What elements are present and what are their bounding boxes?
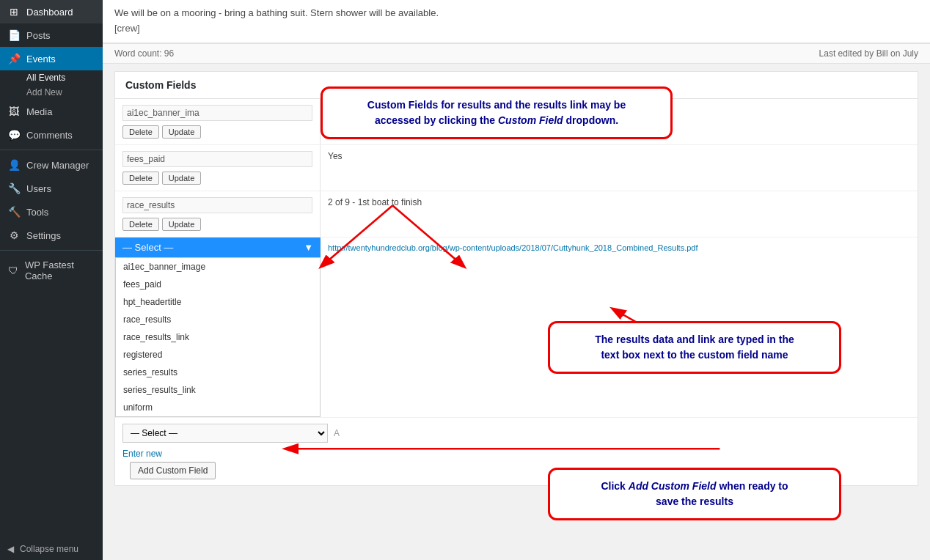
cf-delete-race[interactable]: Delete <box>122 218 159 231</box>
intro-text: We will be on a mooring - bring a bathin… <box>114 6 918 21</box>
dd-item-hpt[interactable]: hpt_headertitle <box>116 293 320 311</box>
cf-dropdown-row: — Select — ▼ ai1ec_banner_image fees_pai… <box>115 237 918 418</box>
sidebar-item-label: Media <box>26 106 52 117</box>
cf-name-fees: Delete Update <box>115 145 321 191</box>
dd-item-banner[interactable]: ai1ec_banner_image <box>116 258 320 276</box>
cf-bottom-spacer: A <box>334 428 340 438</box>
sidebar-item-label: Dashboard <box>26 7 73 18</box>
word-count-bar: Word count: 96 Last edited by Bill on Ju… <box>103 43 930 64</box>
cf-name-input-banner[interactable] <box>122 105 312 121</box>
sidebar-item-label: Posts <box>26 30 51 41</box>
dd-item-race-link[interactable]: race_results_link <box>116 328 320 346</box>
custom-fields-panel: Custom Fields Delete Update Delete Updat… <box>114 71 918 486</box>
cf-link-value: http://twentyhundredclub.org/blog/wp-con… <box>321 237 918 417</box>
cf-name-banner: Delete Update <box>115 99 321 144</box>
collapse-icon: ◀ <box>7 544 14 554</box>
cf-select-label: — Select — <box>122 242 173 253</box>
custom-fields-title: Custom Fields <box>115 72 918 99</box>
sidebar-item-label: WP Fastest Cache <box>25 259 95 281</box>
dd-item-registered[interactable]: registered <box>116 346 320 364</box>
dd-item-series-link[interactable]: series_results_link <box>116 381 320 399</box>
sidebar: ⊞ Dashboard 📄 Posts 📌 Events All Events … <box>0 0 103 560</box>
content-header: We will be on a mooring - bring a bathin… <box>103 0 930 43</box>
cf-dropdown-list: ai1ec_banner_image fees_paid hpt_headert… <box>115 257 321 417</box>
comments-icon: 💬 <box>7 129 21 141</box>
dd-item-uniform[interactable]: uniform <box>116 399 320 416</box>
sidebar-item-wp-fastest-cache[interactable]: 🛡 WP Fastest Cache <box>0 254 103 287</box>
sidebar-item-tools[interactable]: 🔨 Tools <box>0 200 103 224</box>
cf-select-blue[interactable]: — Select — ▼ <box>115 237 321 257</box>
collapse-menu-button[interactable]: ◀ Collapse menu <box>0 538 103 560</box>
settings-icon: ⚙ <box>7 229 21 241</box>
sidebar-item-label: Users <box>26 183 51 194</box>
sidebar-sub-add-new[interactable]: Add New <box>0 85 103 100</box>
cf-add-row: — Select — A Enter new Add Custom Field <box>115 418 918 485</box>
sidebar-item-label: Settings <box>26 230 61 241</box>
cf-name-input-race[interactable] <box>122 197 312 213</box>
cf-bottom-select[interactable]: — Select — <box>122 424 328 443</box>
sidebar-item-comments[interactable]: 💬 Comments <box>0 123 103 147</box>
tools-icon: 🔨 <box>7 206 21 218</box>
sidebar-item-label: Crew Manager <box>26 160 89 171</box>
dd-item-series[interactable]: series_results <box>116 364 320 381</box>
sidebar-item-events[interactable]: 📌 Events <box>0 47 103 70</box>
sidebar-item-label: Events <box>26 54 56 65</box>
sidebar-item-settings[interactable]: ⚙ Settings <box>0 224 103 247</box>
events-icon: 📌 <box>7 53 21 65</box>
sidebar-item-label: Tools <box>26 207 48 218</box>
sidebar-item-media[interactable]: 🖼 Media <box>0 100 103 123</box>
cf-update-race[interactable]: Update <box>162 218 201 231</box>
sidebar-sub-all-events[interactable]: All Events <box>0 70 103 85</box>
crew-tag: [crew] <box>114 21 918 37</box>
dd-item-fees[interactable]: fees_paid <box>116 276 320 293</box>
cf-row-race: Delete Update 2 of 9 - 1st boat to finis… <box>115 191 918 237</box>
cf-value-race: 2 of 9 - 1st boat to finish <box>321 191 918 237</box>
crew-manager-icon: 👤 <box>7 159 21 171</box>
cf-value-banner <box>321 99 918 144</box>
cf-value-fees: Yes <box>321 145 918 191</box>
sidebar-item-label: Comments <box>26 130 73 141</box>
cf-row-fees: Delete Update Yes <box>115 145 918 191</box>
add-custom-field-button[interactable]: Add Custom Field <box>130 462 216 479</box>
cf-delete-fees[interactable]: Delete <box>122 172 159 185</box>
media-icon: 🖼 <box>7 106 21 117</box>
cf-update-banner[interactable]: Update <box>162 125 201 139</box>
sidebar-item-posts[interactable]: 📄 Posts <box>0 23 103 47</box>
dd-item-race[interactable]: race_results <box>116 311 320 328</box>
sidebar-item-dashboard[interactable]: ⊞ Dashboard <box>0 0 103 23</box>
sidebar-item-crew-manager[interactable]: 👤 Crew Manager <box>0 153 103 177</box>
last-edited: Last edited by Bill on July <box>819 48 918 59</box>
enter-new-link[interactable]: Enter new <box>122 449 162 459</box>
dashboard-icon: ⊞ <box>7 6 21 18</box>
cf-name-input-fees[interactable] <box>122 151 312 167</box>
main-content: We will be on a mooring - bring a bathin… <box>103 0 930 560</box>
users-icon: 🔧 <box>7 183 21 194</box>
cf-name-race: Delete Update <box>115 191 321 237</box>
collapse-label: Collapse menu <box>20 544 78 554</box>
cf-delete-banner[interactable]: Delete <box>122 125 159 139</box>
wp-cache-icon: 🛡 <box>7 265 19 276</box>
posts-icon: 📄 <box>7 29 21 41</box>
sidebar-item-users[interactable]: 🔧 Users <box>0 177 103 200</box>
cf-row-banner: Delete Update <box>115 99 918 145</box>
cf-select-arrow: ▼ <box>304 242 313 253</box>
cf-update-fees[interactable]: Update <box>162 172 201 185</box>
word-count: Word count: 96 <box>114 48 174 59</box>
